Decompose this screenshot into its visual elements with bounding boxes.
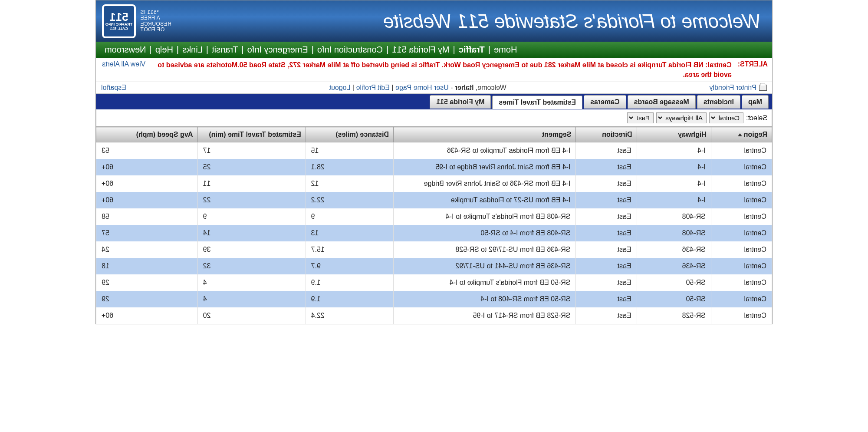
user-home-link[interactable]: User Home Page	[395, 84, 449, 91]
banner-right: *511 IS A FREE RESOURCE OF FDOT 511 TRAF…	[102, 4, 171, 38]
tab-strip-fill	[96, 95, 428, 109]
nav-item-links[interactable]: Links	[180, 45, 205, 55]
cell-ett: 22	[197, 192, 306, 208]
view-all-alerts-link[interactable]: View All Alerts	[96, 58, 151, 82]
column-header-direction[interactable]: Direction	[576, 127, 637, 142]
cell-region: Central	[711, 175, 772, 192]
cell-distance: 9.7	[306, 258, 393, 274]
cell-speed: 53	[96, 142, 198, 159]
cell-ett: 25	[197, 159, 306, 175]
cell-distance: 9	[306, 208, 393, 225]
printer-icon	[759, 85, 767, 91]
region-select[interactable]: Central	[709, 112, 743, 123]
cell-speed: 60+	[96, 307, 198, 324]
table-header-row: RegionHighwayDirectionSegmentDistance (m…	[96, 127, 772, 142]
cell-speed: 60+	[96, 159, 198, 175]
nav-separator: |	[205, 45, 209, 55]
nav-item-construction-info[interactable]: Construction Info	[315, 45, 385, 55]
cell-distance: 15	[306, 142, 393, 159]
sign-bottom: CALL 511	[110, 27, 128, 31]
tab-my-florida-511[interactable]: My Florida 511	[430, 95, 491, 109]
nav-item-transit[interactable]: Transit	[209, 45, 240, 55]
travel-times-table: RegionHighwayDirectionSegmentDistance (m…	[96, 127, 772, 324]
column-header-region[interactable]: Region	[711, 127, 772, 142]
nav-item-home[interactable]: Home	[491, 45, 519, 55]
table-row: CentralSR-50EastSR-50 EB from SR-408 to …	[96, 291, 772, 307]
tab-map[interactable]: Map	[742, 95, 769, 109]
tab-strip-wrap: MapIncidentsMessage BoardsCamerasEstimat…	[96, 94, 772, 109]
cell-highway: I-4	[637, 159, 711, 175]
column-header-highway[interactable]: Highway	[637, 127, 711, 142]
cell-ett: 32	[197, 258, 306, 274]
cell-region: Central	[711, 142, 772, 159]
tab-cameras[interactable]: Cameras	[584, 95, 626, 109]
cell-highway: SR-528	[637, 307, 711, 324]
alerts-label: ALERTS:	[733, 58, 772, 82]
table-row: CentralSR-436EastSR-436 EB from US-17/92…	[96, 241, 772, 258]
table-row: CentralI-4EastI-4 EB from Floridas Turnp…	[96, 142, 772, 159]
cell-highway: SR-50	[637, 291, 711, 307]
cell-highway: SR-436	[637, 258, 711, 274]
cell-segment: SR-50 EB from Florida's Turnpike to I-4	[394, 274, 576, 291]
cell-segment: I-4 EB from Saint Johns River Bridge to …	[394, 159, 576, 175]
nav-item-my-florida-511[interactable]: My Florida 511	[389, 45, 452, 55]
logout-link[interactable]: Logout	[329, 84, 351, 91]
column-header-estimated-travel-time-min-[interactable]: Estimated Travel Time (min)	[197, 127, 306, 142]
cell-region: Central	[711, 291, 772, 307]
table-row: CentralSR-436EastSR-436 EB from US-441 t…	[96, 258, 772, 274]
printer-friendly-link[interactable]: Printer Friendly	[710, 84, 756, 92]
cell-region: Central	[711, 307, 772, 324]
cell-direction: East	[576, 192, 637, 208]
cell-ett: 17	[197, 142, 306, 159]
cell-region: Central	[711, 258, 772, 274]
tagline-line: A FREE	[140, 15, 171, 21]
cell-speed: 18	[96, 258, 198, 274]
cell-region: Central	[711, 274, 772, 291]
nav-item-help[interactable]: Help	[153, 45, 176, 55]
nav-item-emergency-info[interactable]: Emergency Info	[245, 45, 311, 55]
cell-distance: 1.9	[306, 291, 393, 307]
cell-region: Central	[711, 225, 772, 241]
edit-profile-link[interactable]: Edit Profile	[356, 84, 390, 91]
highway-select[interactable]: All Highways	[656, 112, 707, 123]
tab-message-boards[interactable]: Message Boards	[628, 95, 696, 109]
welcome-label: Welcome,	[474, 84, 506, 91]
cell-speed: 60+	[96, 192, 198, 208]
table-row: CentralI-4EastI-4 EB from SR-436 to Sain…	[96, 175, 772, 192]
cell-highway: I-4	[637, 142, 711, 159]
nav-separator: |	[385, 45, 389, 55]
column-header-avg-speed-mph-[interactable]: Avg Speed (mph)	[96, 127, 198, 142]
direction-select[interactable]: East	[627, 112, 654, 123]
cell-distance: 22.2	[306, 192, 393, 208]
cell-segment: SR-50 EB from SR-408 to I-4	[394, 291, 576, 307]
cell-direction: East	[576, 142, 637, 159]
column-header-distance-miles-[interactable]: Distance (miles)	[306, 127, 393, 142]
cell-ett: 11	[197, 175, 306, 192]
nav-item-traffic[interactable]: Traffic	[456, 45, 487, 55]
cell-distance: 12	[306, 175, 393, 192]
cell-ett: 4	[197, 274, 306, 291]
cell-segment: I-4 EB from US-27 to Floridas Turnpike	[394, 192, 576, 208]
cell-highway: SR-408	[637, 208, 711, 225]
cell-direction: East	[576, 258, 637, 274]
table-row: CentralSR-528EastSR-528 EB from SR-417 t…	[96, 307, 772, 324]
main-nav: Home|Traffic|My Florida 511|Construction…	[96, 42, 772, 58]
nav-item-newsroom[interactable]: Newsroom	[102, 45, 149, 55]
cell-highway: I-4	[637, 192, 711, 208]
espanol-link[interactable]: Español	[101, 84, 126, 91]
tab-estimated-travel-times[interactable]: Estimated Travel Times	[492, 96, 582, 109]
cell-speed: 29	[96, 291, 198, 307]
alerts-row: ALERTS: Central: NB Florida Turnpike is …	[96, 58, 772, 82]
tab-strip: MapIncidentsMessage BoardsCamerasEstimat…	[96, 95, 772, 109]
alerts-text: Central: NB Florida Turnpike is closed a…	[151, 58, 733, 82]
column-header-segment[interactable]: Segment	[394, 127, 576, 142]
banner: Welcome to Florida's Statewide 511 Websi…	[96, 0, 772, 42]
cell-speed: 60+	[96, 175, 198, 192]
cell-highway: SR-50	[637, 274, 711, 291]
nav-separator: |	[452, 45, 456, 55]
cell-distance: 22.4	[306, 307, 393, 324]
cell-direction: East	[576, 291, 637, 307]
tab-incidents[interactable]: Incidents	[697, 95, 740, 109]
cell-segment: SR-528 EB from SR-417 to I-95	[394, 307, 576, 324]
banner-title: Welcome to Florida's Statewide 511 Websi…	[383, 10, 761, 32]
